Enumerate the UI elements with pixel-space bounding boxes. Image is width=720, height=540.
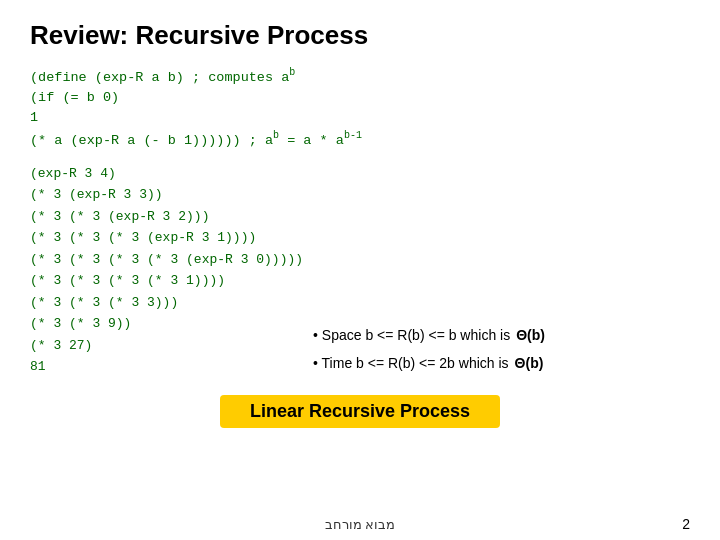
note-bullet2: • Time b <= R(b) <= 2b which is Θ(b) [313, 349, 690, 377]
eval-line-3: (* 3 (* 3 (* 3 (exp-R 3 1)))) [30, 227, 303, 248]
eval-code: (exp-R 3 4) (* 3 (exp-R 3 3)) (* 3 (* 3 … [30, 163, 303, 377]
footer: מבוא מורחב 2 [0, 509, 720, 540]
footer-center-text: מבוא מורחב [30, 517, 690, 532]
eval-line-6: (* 3 (* 3 (* 3 3))) [30, 292, 303, 313]
main-content: (exp-R 3 4) (* 3 (exp-R 3 3)) (* 3 (* 3 … [30, 163, 690, 377]
def-line1: (define (exp-R a b) ; computes ab [30, 65, 690, 88]
def-line2: (if (= b 0) [30, 88, 690, 108]
def-line4: (* a (exp-R a (- b 1)))))) ; ab = a * ab… [30, 128, 690, 151]
eval-line-9: 81 [30, 356, 303, 377]
definition-block: (define (exp-R a b) ; computes ab (if (=… [30, 65, 690, 151]
slide-title: Review: Recursive Process [30, 20, 690, 51]
note-bullet1: • Space b <= R(b) <= b which is Θ(b) [313, 321, 690, 349]
eval-line-4: (* 3 (* 3 (* 3 (* 3 (exp-R 3 0))))) [30, 249, 303, 270]
eval-line-2: (* 3 (* 3 (exp-R 3 2))) [30, 206, 303, 227]
notes-block: • Space b <= R(b) <= b which is Θ(b) • T… [303, 163, 690, 377]
eval-block: (exp-R 3 4) (* 3 (exp-R 3 3)) (* 3 (* 3 … [30, 163, 303, 377]
eval-line-5: (* 3 (* 3 (* 3 (* 3 1)))) [30, 270, 303, 291]
eval-line-7: (* 3 (* 3 9)) [30, 313, 303, 334]
eval-line-8: (* 3 27) [30, 335, 303, 356]
def-line3: 1 [30, 108, 690, 128]
label-box: Linear Recursive Process [220, 395, 500, 428]
label-box-wrapper: Linear Recursive Process [30, 385, 690, 428]
eval-line-0: (exp-R 3 4) [30, 163, 303, 184]
eval-line-1: (* 3 (exp-R 3 3)) [30, 184, 303, 205]
slide: Review: Recursive Process (define (exp-R… [0, 0, 720, 540]
footer-page-number: 2 [682, 516, 690, 532]
